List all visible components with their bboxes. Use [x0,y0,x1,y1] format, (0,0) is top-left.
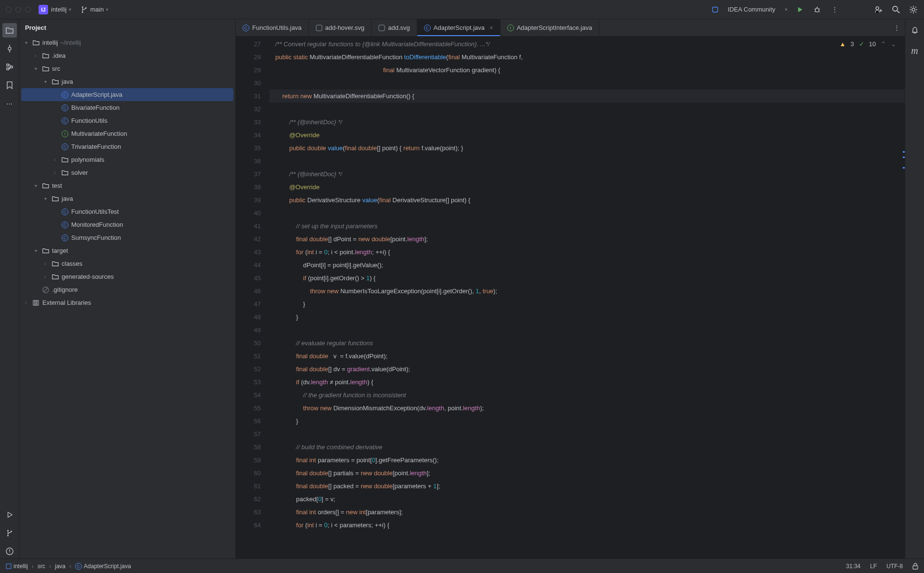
navigation-bar[interactable]: intellij›src›java›CAdapterScript.java [6,563,131,570]
line-number[interactable]: 45 [236,272,261,285]
inspection-widget[interactable]: ▲ 3 ✓ 10 ⌃ ⌄ [837,39,898,49]
code-line[interactable] [270,324,905,337]
notifications-icon[interactable] [908,23,922,38]
vcs-tool-icon[interactable] [2,526,17,540]
code-line[interactable]: public DerivativeStructure value(final D… [270,194,905,207]
code-line[interactable]: throw new NumberIsTooLargeException(poin… [270,285,905,298]
chevron-icon[interactable]: › [35,53,41,58]
error-stripe[interactable] [903,37,905,559]
code-line[interactable]: if (point[i].getOrder() > 1) { [270,272,905,285]
chevron-icon[interactable]: ▾ [35,183,41,188]
line-number[interactable]: 62 [236,493,261,506]
line-number[interactable]: 27 [236,38,261,51]
code-with-me-icon[interactable] [874,5,884,14]
line-number[interactable]: 52 [236,363,261,376]
line-number[interactable]: 28 [236,51,261,64]
line-number[interactable]: 50 [236,337,261,350]
next-highlight-icon[interactable]: ⌄ [891,40,896,48]
code-line[interactable]: final double[] packed = new double[param… [270,480,905,493]
code-line[interactable] [270,428,905,441]
prev-highlight-icon[interactable]: ⌃ [881,40,886,48]
code-line[interactable]: if (dv.length ≠ point.length) { [270,376,905,389]
vcs-branch[interactable]: main ▾ [81,6,108,13]
run-config-selector[interactable] [710,5,720,14]
line-number[interactable]: 46 [236,285,261,298]
line-number[interactable]: 38 [236,181,261,194]
code-line[interactable]: } [270,415,905,428]
code-line[interactable]: final double v = f.value(dPoint); [270,350,905,363]
readonly-lock-icon[interactable] [912,563,918,570]
minimize-window[interactable] [15,7,21,13]
code-line[interactable]: // the gradient function is inconsistent [270,389,905,402]
project-tree[interactable]: ▾intellij~/intellij›.idea▾src▾javaCAdapt… [19,36,235,309]
editor-body[interactable]: ▲ 3 ✓ 10 ⌃ ⌄ 272829303132333435363738394… [236,37,905,559]
line-number[interactable]: 40 [236,207,261,220]
tree-item[interactable]: CAdapterScript.java [21,88,233,101]
line-number[interactable]: 57 [236,428,261,441]
line-number[interactable]: 61 [236,480,261,493]
line-number[interactable]: 30 [236,77,261,90]
tree-item[interactable]: ›External Libraries [21,296,233,309]
line-number[interactable]: 64 [236,519,261,532]
line-number[interactable]: 63 [236,506,261,519]
close-window[interactable] [6,7,12,13]
line-number[interactable]: 59 [236,454,261,467]
line-number[interactable]: 37 [236,168,261,181]
chevron-icon[interactable]: › [25,300,32,305]
editor-tab[interactable]: CFunctionUtils.java [236,19,309,36]
editor-tab[interactable]: CAdapterScript.java× [417,19,500,36]
ide-edition-label[interactable]: IDEA Community [728,6,775,13]
bookmarks-tool-icon[interactable] [2,78,17,92]
code-line[interactable]: final double[] partials = new double[poi… [270,467,905,480]
code-line[interactable]: final int orders[] = new int[parameters]… [270,506,905,519]
chevron-icon[interactable]: › [44,261,51,266]
tree-item[interactable]: ›generated-sources [21,270,233,283]
chevron-icon[interactable]: ▾ [25,40,32,45]
chevron-icon[interactable]: › [54,157,61,162]
tree-item[interactable]: ›classes [21,257,233,270]
line-gutter[interactable]: 2728293031323334353637383940414243444546… [236,37,270,559]
tree-item[interactable]: CFunctionUtils [21,114,233,127]
chevron-icon[interactable]: ▾ [35,66,41,71]
code-line[interactable]: /** {@inheritDoc} */ [270,116,905,129]
line-number[interactable]: 39 [236,194,261,207]
chevron-icon[interactable]: › [54,170,61,175]
crumb-label[interactable]: AdapterScript.java [84,563,131,570]
line-number[interactable]: 43 [236,246,261,259]
line-separator[interactable]: LF [870,563,877,570]
code-line[interactable]: final double[] dPoint = new double[point… [270,233,905,246]
tree-item[interactable]: ▾java [21,192,233,205]
crumb-label[interactable]: java [55,563,65,570]
line-number[interactable]: 35 [236,142,261,155]
line-number[interactable]: 47 [236,298,261,311]
tree-item[interactable]: CSumsyncFunction [21,231,233,244]
chevron-icon[interactable]: › [44,274,51,279]
editor-tab[interactable]: add-hover.svg [309,19,372,36]
code-line[interactable]: for (int i = 0; i < parameters; ++i) { [270,519,905,532]
code-line[interactable]: final int parameters = point[0].getFreeP… [270,454,905,467]
line-number[interactable]: 48 [236,311,261,324]
project-name[interactable]: intellij [51,6,67,13]
line-number[interactable]: 31 [236,90,261,103]
line-number[interactable]: 29 [236,64,261,77]
code-editor[interactable]: /** Convert regular functions to {@link … [270,37,905,559]
code-line[interactable] [270,77,905,90]
line-number[interactable]: 58 [236,441,261,454]
code-line[interactable]: @Override [270,129,905,142]
code-line[interactable]: final MultivariateVectorFunction gradien… [270,64,905,77]
structure-tool-icon[interactable] [2,60,17,74]
commit-tool-icon[interactable] [2,41,17,56]
tree-item[interactable]: ›solver [21,166,233,179]
run-button[interactable] [795,5,805,14]
project-tool-icon[interactable] [2,23,17,38]
editor-tab[interactable]: add.svg [372,19,417,36]
code-line[interactable]: packed[0] = v; [270,493,905,506]
code-line[interactable]: throw new DimensionMismatchException(dv.… [270,402,905,415]
more-actions-icon[interactable]: ⋮ [830,5,839,14]
line-number[interactable]: 56 [236,415,261,428]
line-number[interactable]: 33 [236,116,261,129]
crumb-label[interactable]: intellij [13,563,28,570]
more-tools-icon[interactable]: ⋯ [2,96,17,111]
line-number[interactable]: 34 [236,129,261,142]
code-line[interactable]: // evaluate regular functions [270,337,905,350]
